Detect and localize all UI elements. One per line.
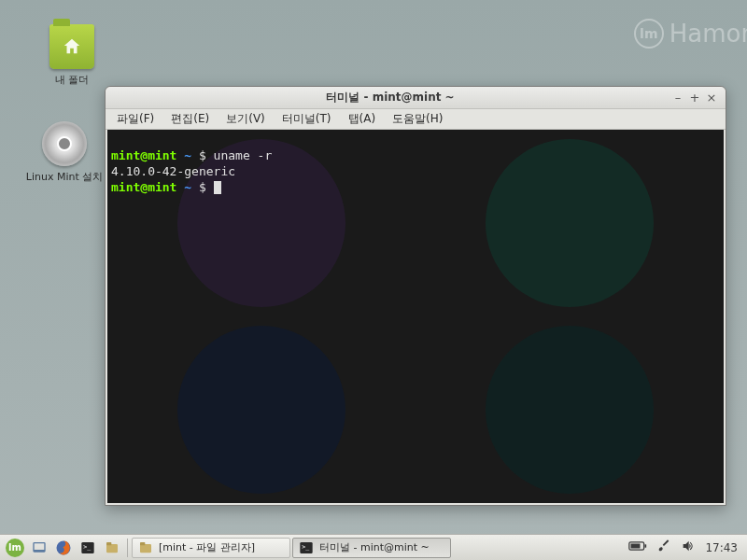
taskbar-divider xyxy=(127,539,128,557)
window-titlebar[interactable]: 터미널 - mint@mint ~ – + × xyxy=(106,87,726,109)
taskbar-clock[interactable]: 17:43 xyxy=(705,541,738,554)
menubar: 파일(F) 편집(E) 보기(V) 터미널(T) 탭(A) 도움말(H) xyxy=(106,109,726,130)
folder-icon xyxy=(138,540,153,555)
close-button[interactable]: × xyxy=(703,90,720,106)
brush-icon[interactable] xyxy=(656,539,671,556)
svg-rect-6 xyxy=(106,542,111,545)
terminal-icon: >_ xyxy=(299,540,314,555)
system-tray: 17:43 xyxy=(628,539,743,556)
svg-text:>_: >_ xyxy=(302,543,309,551)
desktop-icon-install[interactable]: Linux Mint 설치 xyxy=(22,121,106,184)
battery-icon[interactable] xyxy=(628,540,647,554)
menu-view[interactable]: 보기(V) xyxy=(218,109,273,129)
terminal-body[interactable]: mint@mint ~ $ uname -r 4.10.0-42-generic… xyxy=(107,130,724,503)
start-menu-button[interactable]: lm xyxy=(4,537,26,559)
menu-edit[interactable]: 편집(E) xyxy=(163,109,217,129)
svg-rect-12 xyxy=(645,544,647,547)
menu-terminal[interactable]: 터미널(T) xyxy=(275,109,339,129)
mint-logo-icon: lm xyxy=(6,539,24,557)
svg-rect-7 xyxy=(140,544,151,553)
desktop-icon-label: Linux Mint 설치 xyxy=(22,170,106,184)
launcher-show-desktop[interactable] xyxy=(28,537,50,559)
menu-help[interactable]: 도움말(H) xyxy=(385,109,450,129)
folder-icon xyxy=(49,24,94,69)
launcher-terminal[interactable]: >_ xyxy=(77,537,99,559)
taskbar: lm >_ [mint - 파일 관리자] >_ 터미널 - mint@mint… xyxy=(0,534,747,560)
terminal-window: 터미널 - mint@mint ~ – + × 파일(F) 편집(E) 보기(V… xyxy=(105,86,726,506)
window-title: 터미널 - mint@mint ~ xyxy=(111,90,669,105)
desktop-icon-label: 내 폴더 xyxy=(30,73,114,87)
disc-icon xyxy=(42,121,87,166)
desktop-icon-home-folder[interactable]: 내 폴더 xyxy=(30,24,114,87)
menu-file[interactable]: 파일(F) xyxy=(109,109,162,129)
launcher-files[interactable] xyxy=(101,537,123,559)
watermark-text: Hamon xyxy=(669,20,747,48)
taskbar-item-terminal[interactable]: >_ 터미널 - mint@mint ~ xyxy=(292,538,451,558)
maximize-button[interactable]: + xyxy=(686,90,703,106)
volume-icon[interactable] xyxy=(681,539,696,556)
mint-logo-icon: lm xyxy=(634,19,664,49)
svg-text:>_: >_ xyxy=(83,543,91,551)
svg-rect-13 xyxy=(631,544,641,549)
desktop-watermark: lm Hamon xyxy=(634,19,747,49)
terminal-content: mint@mint ~ $ uname -r 4.10.0-42-generic… xyxy=(111,132,720,211)
minimize-button[interactable]: – xyxy=(669,90,686,106)
launcher-firefox[interactable] xyxy=(52,537,75,559)
svg-rect-8 xyxy=(140,542,145,545)
taskbar-item-files[interactable]: [mint - 파일 관리자] xyxy=(132,538,290,558)
svg-rect-5 xyxy=(106,544,118,553)
terminal-cursor xyxy=(214,181,221,194)
menu-tabs[interactable]: 탭(A) xyxy=(341,109,384,129)
taskbar-item-label: [mint - 파일 관리자] xyxy=(159,540,255,554)
taskbar-item-label: 터미널 - mint@mint ~ xyxy=(319,540,430,554)
svg-rect-1 xyxy=(34,550,45,552)
